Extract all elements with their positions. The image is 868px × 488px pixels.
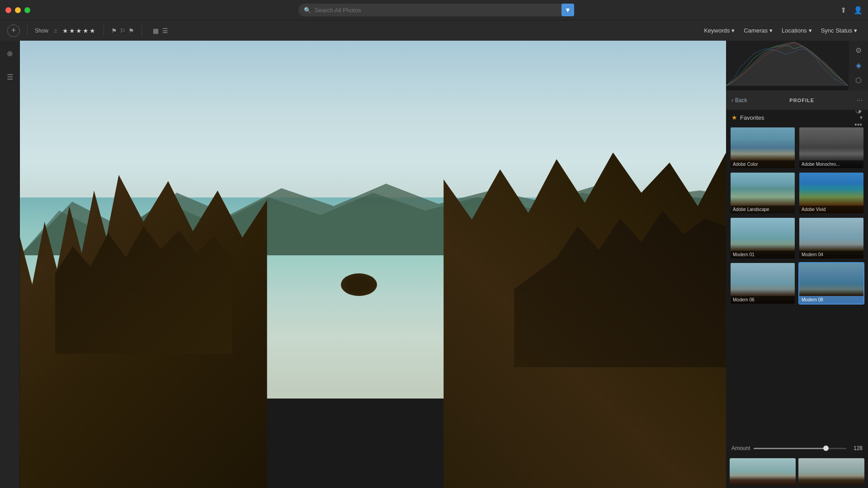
profile-row-4: Modern 06 Modern 08 [730,262,864,305]
island [341,273,377,296]
person-icon[interactable]: 👤 [854,6,863,14]
profile-row-2: Adobe Landscape Adobe Vivid [730,172,864,214]
profile-card-modern-06[interactable]: Modern 06 [730,262,796,305]
crop-icon[interactable]: ⬡ [851,76,866,84]
profile-card-modern-04[interactable]: Modern 04 [798,217,864,259]
show-label: Show [35,28,48,34]
profile-row-1: Adobe Color Adobe Monochro... [730,127,864,169]
sync-status-dropdown[interactable]: Sync Status ▾ [817,25,861,36]
profile-icon[interactable]: ◈ [851,61,866,70]
locations-dropdown[interactable]: Locations ▾ [778,25,816,36]
favorites-title: Favorites [740,114,857,121]
close-button[interactable] [5,7,11,13]
right-panel-wrapper: ⚙ ◈ ⬡ ◎ ◑ ••• ‹ Back PROFILE ··· [726,41,868,488]
locations-chevron: ▾ [809,27,812,34]
profile-panel: ‹ Back PROFILE ··· ★ Favorites ▾ [726,90,868,488]
add-button[interactable]: + [7,24,20,37]
modern-06-label: Modern 06 [731,296,795,304]
bottom-thumb-1[interactable] [730,458,796,485]
favorites-header: ★ Favorites ▾ [726,110,868,125]
amount-label: Amount [731,445,750,451]
profile-row-3: Modern 01 Modern 04 [730,217,864,259]
amount-slider[interactable] [754,448,846,449]
keywords-dropdown[interactable]: Keywords ▾ [700,25,738,36]
amount-value: 128 [850,445,863,451]
keywords-label: Keywords [704,27,730,34]
photo-canvas [20,41,726,488]
filter-icon: ▼ [565,6,571,14]
tool-strip: ⚙ ◈ ⬡ ◎ ◑ ••• [848,41,868,90]
adobe-mono-label: Adobe Monochro... [799,160,863,168]
back-chevron-icon: ‹ [731,97,733,103]
cameras-chevron: ▾ [769,27,773,34]
adobe-vivid-label: Adobe Vivid [799,206,863,213]
search-bar: 🔍 [298,4,570,16]
profile-card-adobe-vivid[interactable]: Adobe Vivid [798,172,864,214]
toolbar-divider-2 [104,25,104,36]
toolbar-divider-1 [27,25,28,36]
left-sidebar: ⊕ ☰ [0,41,20,488]
profile-card-modern-01[interactable]: Modern 01 [730,217,796,259]
plus-icon: + [11,26,16,35]
profile-title: PROFILE [751,98,853,103]
cameras-label: Cameras [744,27,768,34]
profile-header: ‹ Back PROFILE ··· [726,90,868,110]
sync-chevron: ▾ [854,27,857,34]
amount-knob[interactable] [823,446,829,451]
profile-card-adobe-color[interactable]: Adobe Color [730,127,796,169]
view-icons: ▦ ☰ [153,27,168,34]
adobe-color-label: Adobe Color [731,160,795,168]
sync-status-label: Sync Status [821,27,852,34]
flag-icons: ⚑ ⚐ ⚑ [111,27,134,34]
bottom-thumb-2-inner [798,458,864,485]
locations-label: Locations [782,27,807,34]
window-controls [5,7,30,13]
back-button[interactable]: ‹ Back [731,97,747,103]
maximize-button[interactable] [24,7,30,13]
grid-icon[interactable]: ▦ [153,27,159,34]
flag-icon-1[interactable]: ⚑ [111,27,117,34]
bottom-thumb-2[interactable] [798,458,864,485]
more-options-button[interactable]: ··· [857,96,863,104]
show-chevron: ≥ [54,27,57,34]
toolbar-divider-3 [142,25,142,36]
title-bar-right: ⬆ 👤 [840,6,863,14]
list-icon[interactable]: ☰ [162,27,168,34]
back-label: Back [735,97,747,103]
flag-icon-2[interactable]: ⚐ [120,27,126,34]
catalog-icon[interactable]: ☰ [3,70,17,84]
modern-01-label: Modern 01 [731,251,795,258]
histogram-area [726,41,848,86]
bottom-thumb-1-inner [730,458,796,485]
navigator-icon[interactable]: ⊕ [3,46,17,61]
search-icon: 🔍 [304,7,311,14]
filter-button[interactable]: ▼ [561,4,574,16]
bottom-thumbs [726,455,868,488]
toolbar: + Show ≥ ★★★★★ ⚑ ⚐ ⚑ ▦ ☰ Keywords ▾ Came… [0,20,868,41]
rating-stars[interactable]: ★★★★★ [62,27,96,34]
adjust-icon[interactable]: ⚙ [851,46,866,55]
photo-area [20,41,726,488]
title-bar: 🔍 ▼ ⬆ 👤 [0,0,868,20]
search-input[interactable] [315,7,564,14]
more-icon: ··· [857,96,863,104]
share-icon[interactable]: ⬆ [840,6,846,14]
modern-04-label: Modern 04 [799,251,863,258]
keywords-chevron: ▾ [731,27,735,34]
flag-icon-3[interactable]: ⚑ [128,27,134,34]
amount-fill [754,448,826,449]
amount-row: Amount 128 [726,441,868,455]
main-content: ⊕ ☰ [0,41,868,488]
profile-card-modern-08[interactable]: Modern 08 [798,262,864,305]
adobe-landscape-label: Adobe Landscape [731,206,795,213]
modern-08-label: Modern 08 [799,296,863,304]
profile-card-adobe-monochrome[interactable]: Adobe Monochro... [798,127,864,169]
cameras-dropdown[interactable]: Cameras ▾ [740,25,776,36]
profile-card-adobe-landscape[interactable]: Adobe Landscape [730,172,796,214]
favorites-chevron-icon[interactable]: ▾ [860,114,863,121]
histogram-row: ⚙ ◈ ⬡ ◎ ◑ ••• [726,41,868,90]
profile-grid: Adobe Color Adobe Monochro... Adobe Land… [726,125,868,441]
toolbar-filters: Keywords ▾ Cameras ▾ Locations ▾ Sync St… [700,25,861,36]
minimize-button[interactable] [15,7,21,13]
favorites-star-icon: ★ [731,114,737,121]
